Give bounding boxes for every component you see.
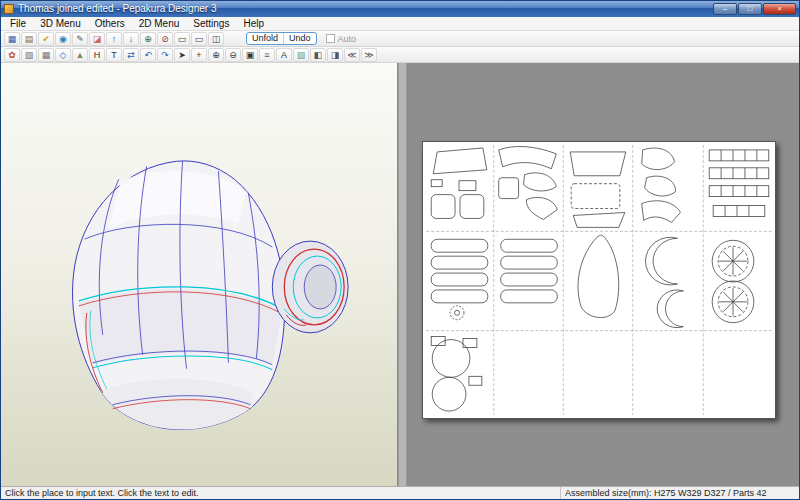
pattern-pieces	[431, 146, 769, 411]
zoom-in-icon[interactable]: ⊕	[208, 48, 224, 62]
minimize-button[interactable]: –	[713, 3, 737, 15]
main-area	[1, 63, 799, 486]
window-controls: – □ ×	[713, 3, 796, 15]
app-icon	[4, 4, 14, 14]
menu-settings[interactable]: Settings	[186, 17, 236, 30]
zoom-out-icon[interactable]: ⊖	[225, 48, 241, 62]
toolbar-2d-icons: ✿▨▦◇▲HT⇄↶↷➤+⊕⊖▣≡A▧◧◨≪≫	[4, 48, 377, 62]
align-right-icon[interactable]: ≫	[361, 48, 377, 62]
text-tool-icon[interactable]: T	[106, 48, 122, 62]
close-button[interactable]: ×	[763, 3, 796, 15]
assembled-size-info: Assembled size(mm): H275 W329 D327 / Par…	[561, 487, 799, 499]
edge-up-icon[interactable]: ↑	[106, 32, 122, 46]
menubar: File3D MenuOthers2D MenuSettingsHelp	[1, 17, 799, 31]
menu-help[interactable]: Help	[236, 17, 271, 30]
unfold-undo-button[interactable]: Undo	[283, 32, 316, 45]
export-icon[interactable]: ▤	[21, 32, 37, 46]
texture-view-icon[interactable]: ◉	[55, 32, 71, 46]
rotate-left-icon[interactable]: ↶	[140, 48, 156, 62]
palette-icon[interactable]: ✿	[4, 48, 20, 62]
save-icon[interactable]: ▦	[4, 32, 20, 46]
rotate-right-icon[interactable]: ↷	[157, 48, 173, 62]
view-3d-window-icon[interactable]: ▭	[174, 32, 190, 46]
toolbar-main: ▦▤✔◉✎◪↑↓⊕⊘▭▭◫ Unfold Undo Auto	[1, 31, 799, 47]
edge-id-icon[interactable]: H	[89, 48, 105, 62]
edge-down-icon[interactable]: ↓	[123, 32, 139, 46]
select-icon[interactable]: ➤	[174, 48, 190, 62]
menu-3d-menu[interactable]: 3D Menu	[33, 17, 88, 30]
viewport-3d[interactable]	[1, 63, 398, 486]
pen-icon[interactable]: ✎	[72, 32, 88, 46]
image-icon[interactable]: ▧	[293, 48, 309, 62]
pattern-page[interactable]	[422, 141, 776, 419]
check-icon[interactable]: ✔	[38, 32, 54, 46]
viewport-2d[interactable]	[407, 63, 799, 486]
note-icon[interactable]: A	[276, 48, 292, 62]
unfold-button-group: Unfold Undo	[246, 32, 317, 45]
checkbox-box	[326, 34, 335, 43]
flip-icon[interactable]: ⇄	[123, 48, 139, 62]
statusbar: Click the place to input text. Click the…	[1, 486, 799, 499]
fit-page-icon[interactable]: ▣	[242, 48, 258, 62]
unfolded-parts-drawing	[423, 142, 775, 418]
eraser-icon[interactable]: ◪	[89, 32, 105, 46]
toolbar-2d: ✿▨▦◇▲HT⇄↶↷➤+⊕⊖▣≡A▧◧◨≪≫	[1, 47, 799, 63]
toolbar-main-icons: ▦▤✔◉✎◪↑↓⊕⊘▭▭◫	[4, 32, 224, 46]
status-message: Click the place to input text. Click the…	[1, 487, 561, 499]
grid-icon[interactable]: ▦	[38, 48, 54, 62]
snap-icon[interactable]: ◇	[55, 48, 71, 62]
titlebar: Thomas joined edited - Pepakura Designer…	[1, 1, 799, 17]
send-back-icon[interactable]: ◨	[327, 48, 343, 62]
helmet-ear	[272, 241, 348, 333]
flap-icon[interactable]: ▲	[72, 48, 88, 62]
bring-front-icon[interactable]: ◧	[310, 48, 326, 62]
menu-file[interactable]: File	[3, 17, 33, 30]
window-title: Thomas joined edited - Pepakura Designer…	[18, 1, 709, 17]
view-2d-window-icon[interactable]: ▭	[191, 32, 207, 46]
texture-fill-icon[interactable]: ▨	[21, 48, 37, 62]
align-left-icon[interactable]: ≪	[344, 48, 360, 62]
helmet-3d-model	[1, 63, 397, 486]
maximize-button[interactable]: □	[738, 3, 762, 15]
pane-splitter[interactable]	[398, 63, 407, 486]
auto-unfold-checkbox[interactable]: Auto	[326, 34, 357, 44]
auto-label: Auto	[338, 34, 357, 44]
view-both-windows-icon[interactable]: ◫	[208, 32, 224, 46]
unfold-button[interactable]: Unfold	[247, 32, 283, 45]
measure-icon[interactable]: ≡	[259, 48, 275, 62]
menu-2d-menu[interactable]: 2D Menu	[132, 17, 187, 30]
app-window: Thomas joined edited - Pepakura Designer…	[0, 0, 800, 500]
split-face-icon[interactable]: ⊘	[157, 32, 173, 46]
join-face-icon[interactable]: ⊕	[140, 32, 156, 46]
move-part-icon[interactable]: +	[191, 48, 207, 62]
menu-others[interactable]: Others	[88, 17, 132, 30]
